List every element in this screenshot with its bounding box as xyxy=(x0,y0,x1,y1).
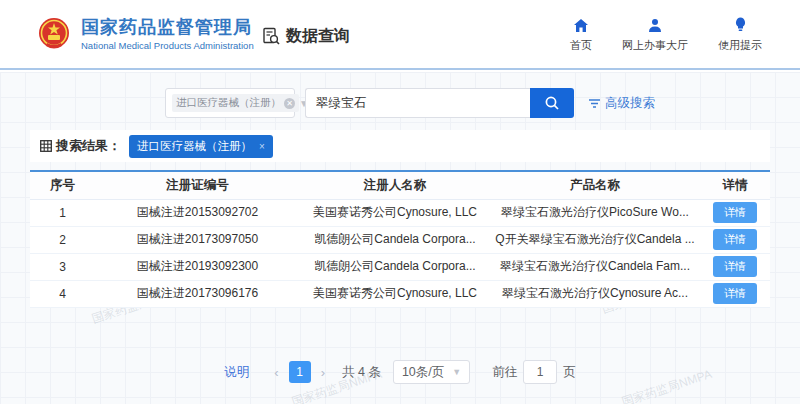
cell-no: 3 xyxy=(30,253,95,280)
detail-button[interactable]: 详情 xyxy=(713,283,757,304)
total-count: 共 4 条 xyxy=(342,364,381,381)
next-page-icon[interactable]: › xyxy=(314,365,332,380)
results-filter-tag[interactable]: 进口医疗器械（注册） × xyxy=(129,135,273,158)
nav-item-home[interactable]: 首页 xyxy=(570,15,592,53)
user-icon xyxy=(647,15,663,33)
lightbulb-icon xyxy=(734,15,747,33)
detail-button[interactable]: 详情 xyxy=(713,202,757,223)
filter-tag-close-icon[interactable]: × xyxy=(259,141,265,152)
col-header-detail: 详情 xyxy=(700,171,770,199)
goto-prefix: 前往 xyxy=(492,364,517,381)
chevron-down-icon: ▼ xyxy=(452,367,461,377)
brand[interactable]: 国家药品监督管理局 National Medical Products Admi… xyxy=(36,16,254,52)
cell-detail: 详情 xyxy=(700,253,770,280)
col-header-cert: 注册证编号 xyxy=(95,171,300,199)
category-tag-close-icon[interactable]: ✕ xyxy=(284,98,295,109)
category-tag: 进口医疗器械（注册） ✕ xyxy=(172,94,299,112)
results-filter-tag-label: 进口医疗器械（注册） xyxy=(137,139,252,154)
results-strip: 搜索结果： 进口医疗器械（注册） × xyxy=(30,130,770,162)
cell-detail: 详情 xyxy=(700,199,770,226)
keyword-group xyxy=(305,88,574,118)
page-number-active[interactable]: 1 xyxy=(289,361,311,383)
home-icon xyxy=(573,15,589,33)
search-input[interactable] xyxy=(305,88,530,118)
national-emblem-icon xyxy=(36,16,72,52)
table-row: 4 国械注进20173096176 美国赛诺秀公司Cynosure, LLC 翠… xyxy=(30,280,770,307)
brand-text: 国家药品监督管理局 National Medical Products Admi… xyxy=(81,17,254,51)
nav-item-tips-label: 使用提示 xyxy=(718,38,762,53)
col-header-no: 序号 xyxy=(30,171,95,199)
cell-cert: 国械注进20193092300 xyxy=(95,253,300,280)
cell-product: 翠绿宝石激光治疗仪PicoSure Wo... xyxy=(490,199,700,226)
search-icon xyxy=(544,95,560,111)
cell-registrant: 美国赛诺秀公司Cynosure, LLC xyxy=(300,280,490,307)
nav-item-service-hall-label: 网上办事大厅 xyxy=(622,38,688,53)
advanced-search-link[interactable]: 高级搜索 xyxy=(588,95,655,112)
detail-button[interactable]: 详情 xyxy=(713,229,757,250)
cell-cert: 国械注进20153092702 xyxy=(95,199,300,226)
results-label: 搜索结果： xyxy=(56,137,121,155)
detail-button[interactable]: 详情 xyxy=(713,256,757,277)
category-select[interactable]: 进口医疗器械（注册） ✕ ▼ xyxy=(165,88,295,118)
cell-no: 2 xyxy=(30,226,95,253)
table-row: 1 国械注进20153092702 美国赛诺秀公司Cynosure, LLC 翠… xyxy=(30,199,770,226)
cell-detail: 详情 xyxy=(700,280,770,307)
data-query-icon xyxy=(262,27,281,46)
col-header-product: 产品名称 xyxy=(490,171,700,199)
col-header-registrant: 注册人名称 xyxy=(300,171,490,199)
site-title-cn: 国家药品监督管理局 xyxy=(81,17,254,38)
nav-item-tips[interactable]: 使用提示 xyxy=(718,15,762,53)
prev-page-icon[interactable]: ‹ xyxy=(267,365,285,380)
table-header-row: 序号 注册证编号 注册人名称 产品名称 详情 xyxy=(30,171,770,199)
cell-cert: 国械注进20173097050 xyxy=(95,226,300,253)
content-area: 国家药监局NMPA 国家药监局NMPA 国家药监局NMPA 国家药监局NMPA … xyxy=(0,72,800,404)
top-nav: 首页 网上办事大厅 使用提示 xyxy=(570,15,762,53)
cell-product: Q开关翠绿宝石激光治疗仪Candela ... xyxy=(490,226,700,253)
cell-registrant: 凯德朗公司Candela Corpora... xyxy=(300,253,490,280)
table-row: 3 国械注进20193092300 凯德朗公司Candela Corpora..… xyxy=(30,253,770,280)
cell-product: 翠绿宝石激光治疗仪Cynosure Ac... xyxy=(490,280,700,307)
table-row: 2 国械注进20173097050 凯德朗公司Candela Corpora..… xyxy=(30,226,770,253)
page-root: 国家药品监督管理局 National Medical Products Admi… xyxy=(0,0,800,404)
grid-icon xyxy=(40,140,52,152)
filter-icon xyxy=(588,98,601,109)
cell-product: 翠绿宝石激光治疗仪Candela Fam... xyxy=(490,253,700,280)
cell-no: 1 xyxy=(30,199,95,226)
goto-page-input[interactable] xyxy=(523,360,557,384)
search-bar: 进口医疗器械（注册） ✕ ▼ 高级搜索 xyxy=(165,88,655,118)
cell-registrant: 美国赛诺秀公司Cynosure, LLC xyxy=(300,199,490,226)
cell-cert: 国械注进20173096176 xyxy=(95,280,300,307)
results-label-wrap: 搜索结果： xyxy=(40,137,121,155)
category-tag-label: 进口医疗器械（注册） xyxy=(176,96,281,110)
page-size-select[interactable]: 10条/页 ▼ xyxy=(393,360,470,384)
advanced-search-label: 高级搜索 xyxy=(605,95,655,112)
goto-page: 前往 页 xyxy=(492,360,576,384)
cell-registrant: 凯德朗公司Candela Corpora... xyxy=(300,226,490,253)
app-title: 数据查询 xyxy=(262,26,350,47)
results-table: 序号 注册证编号 注册人名称 产品名称 详情 1 国械注进20153092702… xyxy=(30,170,770,308)
nav-item-service-hall[interactable]: 网上办事大厅 xyxy=(622,15,688,53)
cell-no: 4 xyxy=(30,280,95,307)
site-title-en: National Medical Products Administration xyxy=(81,40,254,51)
cell-detail: 详情 xyxy=(700,226,770,253)
pagination: 说明 ‹ 1 › 共 4 条 10条/页 ▼ 前往 页 xyxy=(30,360,770,384)
goto-suffix: 页 xyxy=(563,364,576,381)
note-link[interactable]: 说明 xyxy=(224,364,249,381)
search-button[interactable] xyxy=(530,88,574,118)
header: 国家药品监督管理局 National Medical Products Admi… xyxy=(0,0,800,70)
page-size-value: 10条/页 xyxy=(402,364,444,381)
nav-item-home-label: 首页 xyxy=(570,38,592,53)
app-title-label: 数据查询 xyxy=(286,26,350,47)
